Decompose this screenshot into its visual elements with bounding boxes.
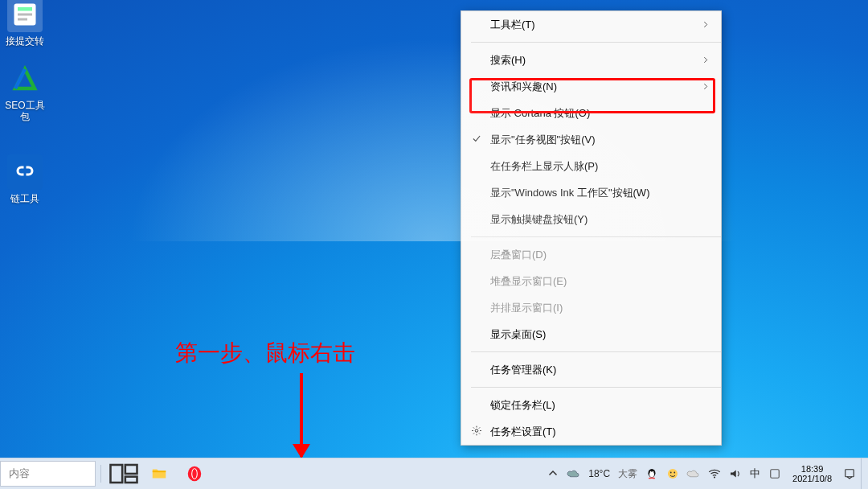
svg-point-18	[674, 472, 675, 474]
date: 2021/10/8	[792, 474, 832, 483]
menu-item-label: 搜索(H)	[490, 53, 526, 68]
menu-item[interactable]: 资讯和兴趣(N)	[461, 73, 721, 100]
menu-separator	[471, 236, 721, 237]
show-desktop-button[interactable]	[861, 458, 866, 489]
menu-item-label: 显示"任务视图"按钮(V)	[490, 133, 596, 147]
svg-point-14	[650, 471, 652, 473]
link-icon	[7, 154, 43, 190]
menu-item[interactable]: 显示 Cortana 按钮(O)	[461, 100, 721, 126]
taskbar[interactable]: 内容 18°C 大雾	[0, 458, 868, 489]
menu-separator	[471, 387, 721, 388]
system-tray: 18°C 大雾 中 18:39 2021/10/8	[543, 458, 868, 489]
menu-item-label: 在任务栏上显示人脉(P)	[490, 159, 598, 174]
svg-rect-21	[845, 470, 854, 477]
svg-point-13	[649, 471, 654, 477]
task-view-button[interactable]	[106, 458, 141, 489]
chevron-right-icon	[702, 18, 710, 31]
desktop-icon[interactable]: 接提交转	[0, 0, 50, 47]
annotation-step1: 第一步、鼠标右击	[175, 338, 355, 368]
qq-icon[interactable]	[642, 464, 661, 483]
chevron-right-icon	[702, 80, 710, 92]
weather-text[interactable]: 大雾	[618, 467, 637, 481]
menu-item-label: 显示"Windows Ink 工作区"按钮(W)	[490, 186, 649, 200]
onedrive-icon[interactable]	[684, 464, 703, 483]
svg-rect-3	[18, 18, 27, 21]
notifications-icon[interactable]	[840, 464, 859, 483]
desktop-icon-label: 链工具	[10, 193, 39, 204]
menu-item-label: 并排显示窗口(I)	[490, 301, 563, 315]
menu-item[interactable]: 显示"任务视图"按钮(V)	[461, 126, 721, 153]
svg-point-19	[714, 476, 715, 478]
menu-item[interactable]: 工具栏(T)	[461, 11, 721, 38]
svg-rect-20	[771, 470, 780, 479]
menu-item-label: 显示 Cortana 按钮(O)	[490, 106, 590, 121]
menu-item[interactable]: 显示"Windows Ink 工作区"按钮(W)	[461, 179, 721, 206]
wifi-icon[interactable]	[705, 464, 724, 483]
svg-point-11	[192, 469, 197, 479]
menu-item-label: 任务管理器(K)	[490, 363, 556, 377]
desktop-icon-label: 接提交转	[6, 35, 44, 47]
svg-rect-1	[18, 7, 32, 11]
svg-rect-2	[18, 14, 32, 16]
time: 18:39	[792, 464, 832, 474]
menu-item[interactable]: 任务栏设置(T)	[461, 418, 721, 445]
desktop-icon[interactable]: 链工具	[0, 154, 50, 204]
menu-item[interactable]: 任务管理器(K)	[461, 356, 721, 383]
menu-item: 堆叠显示窗口(E)	[461, 268, 721, 294]
menu-item-label: 工具栏(T)	[490, 18, 535, 32]
tray-chevron-icon[interactable]	[543, 464, 563, 483]
menu-item[interactable]: 显示触摸键盘按钮(Y)	[461, 206, 721, 232]
menu-separator	[471, 42, 721, 43]
svg-point-17	[670, 472, 672, 474]
svg-rect-5	[111, 465, 123, 483]
svg-point-16	[668, 469, 678, 479]
svg-rect-7	[125, 477, 137, 483]
desktop[interactable]: 接提交转 SEO工具 包 链工具 第一步、鼠标右击 第二步 工具栏(T)搜索(H…	[0, 0, 868, 489]
file-explorer-button[interactable]	[141, 458, 177, 489]
menu-separator	[471, 351, 721, 352]
desktop-icon-label: SEO工具 包	[5, 100, 44, 122]
svg-point-15	[653, 471, 654, 473]
menu-item[interactable]: 在任务栏上显示人脉(P)	[461, 153, 721, 179]
toolbox-icon	[7, 61, 43, 97]
opera-button[interactable]	[177, 458, 212, 489]
gear-icon	[471, 425, 482, 438]
menu-item[interactable]: 显示桌面(S)	[461, 321, 721, 347]
menu-item: 并排显示窗口(I)	[461, 294, 721, 321]
search-placeholder: 内容	[9, 466, 30, 481]
menu-item-label: 堆叠显示窗口(E)	[490, 274, 567, 289]
desktop-icon[interactable]: SEO工具 包	[0, 61, 50, 122]
menu-item-label: 资讯和兴趣(N)	[490, 80, 557, 94]
menu-item-label: 层叠窗口(D)	[490, 248, 547, 262]
menu-item-label: 显示桌面(S)	[490, 327, 546, 342]
menu-item-label: 显示触摸键盘按钮(Y)	[490, 212, 588, 227]
volume-icon[interactable]	[726, 464, 745, 483]
file-icon	[7, 0, 43, 32]
check-icon	[471, 133, 482, 146]
menu-item-label: 任务栏设置(T)	[490, 425, 556, 439]
svg-rect-8	[153, 471, 166, 472]
search-input[interactable]: 内容	[0, 461, 96, 487]
taskbar-context-menu: 工具栏(T)搜索(H)资讯和兴趣(N)显示 Cortana 按钮(O)显示"任务…	[461, 10, 722, 446]
menu-item-label: 锁定任务栏(L)	[490, 398, 555, 413]
clock[interactable]: 18:39 2021/10/8	[786, 464, 838, 483]
weather-icon[interactable]	[564, 464, 583, 483]
menu-item: 层叠窗口(D)	[461, 241, 721, 268]
divider	[100, 465, 101, 483]
menu-item[interactable]: 搜索(H)	[461, 47, 721, 73]
weather-temp[interactable]: 18°C	[588, 468, 610, 479]
ime-indicator[interactable]: 中	[750, 466, 760, 481]
svg-point-4	[475, 429, 478, 432]
svg-rect-6	[125, 465, 137, 474]
menu-item[interactable]: 锁定任务栏(L)	[461, 392, 721, 418]
arrow-down-icon	[300, 373, 303, 457]
security-icon[interactable]	[765, 464, 784, 483]
tray-app-icon[interactable]	[663, 464, 682, 483]
chevron-right-icon	[702, 54, 710, 66]
